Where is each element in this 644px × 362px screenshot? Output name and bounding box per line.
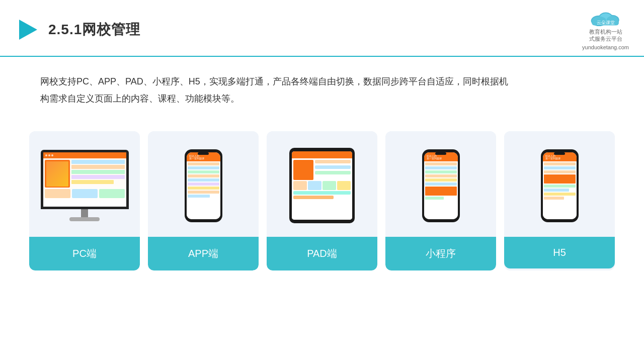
header: 2.5.1网校管理 云朵课堂 教育机构一站 式服务云平台 yunduoketan… xyxy=(0,0,644,57)
card-h5: 职达人的第一堂判题课 xyxy=(504,131,615,270)
tablet-device-illustration xyxy=(289,148,355,223)
svg-text:云朵课堂: 云朵课堂 xyxy=(597,20,615,25)
card-miniprogram-image: 职达人的第一堂判题课 xyxy=(385,131,496,237)
mini-phone-device-illustration: 职达人的第一堂判题课 xyxy=(422,149,460,222)
svg-marker-0 xyxy=(19,20,37,40)
card-pad-image xyxy=(267,131,377,237)
logo-url: yunduoketang.com xyxy=(582,44,629,51)
logo-tagline: 教育机构一站 式服务云平台 xyxy=(589,28,622,43)
header-left: 2.5.1网校管理 xyxy=(15,18,140,42)
card-miniprogram: 职达人的第一堂判题课 xyxy=(385,131,496,270)
page-title: 2.5.1网校管理 xyxy=(48,20,140,39)
phone-device-illustration: 职达人的第一堂判题课 xyxy=(185,149,222,222)
card-pad: PAD端 xyxy=(267,131,377,270)
card-pc-label: PC端 xyxy=(29,237,140,270)
card-app-label: APP端 xyxy=(148,237,259,270)
card-pc: PC端 xyxy=(29,131,140,270)
description-text: 网校支持PC、APP、PAD、小程序、H5，实现多端打通，产品各终端自由切换，数… xyxy=(0,57,553,112)
pc-device-illustration xyxy=(41,150,129,221)
card-h5-image: 职达人的第一堂判题课 xyxy=(504,131,615,237)
card-app: 职达人的第一堂判题课 xyxy=(148,131,259,270)
card-miniprogram-label: 小程序 xyxy=(385,237,496,270)
card-app-image: 职达人的第一堂判题课 xyxy=(148,131,259,237)
card-pc-image xyxy=(29,131,140,237)
card-h5-label: H5 xyxy=(504,237,615,268)
card-pad-label: PAD端 xyxy=(267,237,377,270)
play-icon xyxy=(15,18,39,42)
cards-container: PC端 职达人的第一堂判题课 xyxy=(0,117,644,270)
logo-area: 云朵课堂 教育机构一站 式服务云平台 yunduoketang.com xyxy=(582,9,629,51)
logo-cloud-icon: 云朵课堂 xyxy=(586,9,626,27)
h5-phone-device-illustration: 职达人的第一堂判题课 xyxy=(541,149,579,222)
